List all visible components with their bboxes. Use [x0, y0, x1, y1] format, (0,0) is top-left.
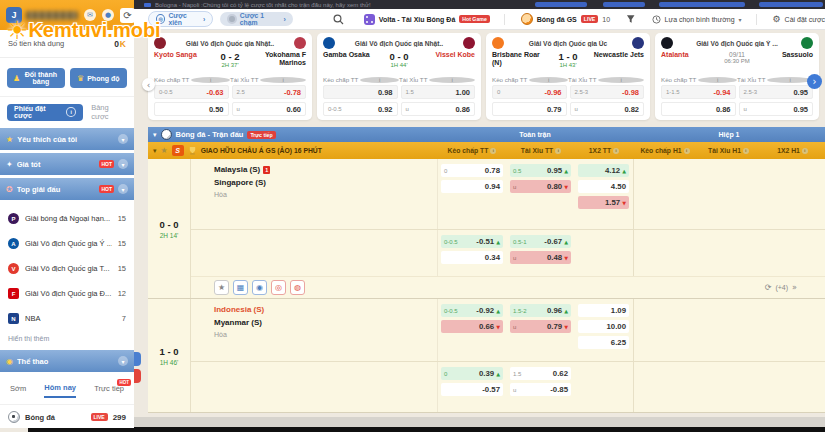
- ball-small-icon[interactable]: ◍: [290, 280, 305, 295]
- odds-cell[interactable]: 1.5 0.62: [510, 367, 571, 380]
- odds-cell[interactable]: 0.50: [154, 102, 229, 116]
- odds-cell[interactable]: 1-1.5 -0.94: [661, 85, 736, 99]
- volta-game-link[interactable]: Volta - Tài Xỉu Bóng Đá Hot Game: [364, 14, 490, 25]
- odds-cell[interactable]: u 0.48▼: [510, 251, 571, 264]
- floating-widget-fragment[interactable]: [134, 369, 141, 383]
- odds-cell[interactable]: 10.00: [578, 320, 629, 333]
- column-header: Kèo chấp H1 i: [633, 147, 697, 154]
- odds-cell[interactable]: 0-0.5 -0.63: [154, 85, 229, 99]
- odds-cell[interactable]: 0.34: [441, 251, 503, 264]
- sidebar-league-item[interactable]: P Giải bóng đá Ngoại hạn... 15: [0, 206, 134, 231]
- odds-cell[interactable]: 1.09: [578, 304, 629, 317]
- odds-cell[interactable]: 1.5-2 0.96▲: [510, 304, 571, 317]
- odds-cell[interactable]: 6.25: [578, 336, 629, 349]
- bet-slip-tab[interactable]: Phiếu đặt cược i: [7, 104, 83, 121]
- switch-to-table-button[interactable]: ♟ Đổi thành bảng: [7, 68, 65, 88]
- odds-value: -0.51: [476, 237, 494, 246]
- carousel-prev-icon[interactable]: ‹: [142, 78, 155, 91]
- odds-cell[interactable]: 1.5 1.00: [401, 85, 476, 99]
- odds-cell[interactable]: 4.50: [578, 180, 629, 193]
- odds-cell[interactable]: u 0.82: [570, 102, 645, 116]
- more-markets-count[interactable]: (+4): [775, 284, 788, 291]
- live-filter-badge: Trực tiếp: [247, 131, 275, 139]
- avatar[interactable]: J: [6, 7, 22, 23]
- parlay-button[interactable]: ◎ Cược xiên ›: [148, 11, 213, 27]
- odds-column: [697, 362, 760, 412]
- search-icon[interactable]: [333, 14, 344, 25]
- refresh-icon[interactable]: ⟳: [120, 8, 135, 23]
- match-card[interactable]: Giải Vô địch Quốc gia Nhật.. Gamba Osaka…: [317, 33, 481, 120]
- sidebar-league-item[interactable]: N NBA 7: [0, 306, 134, 331]
- odds-cell[interactable]: 0-0.5 -0.51▲: [441, 235, 503, 248]
- odds-cell[interactable]: 0.86: [661, 102, 736, 116]
- card-time: 06:30 PM: [715, 58, 759, 64]
- trend-down-icon: ▼: [564, 184, 568, 190]
- expand-markets-icon[interactable]: »: [792, 283, 797, 292]
- odds-mode-select[interactable]: Lựa chọn bình thường ▾: [652, 15, 742, 24]
- tab-early[interactable]: Sớm: [10, 384, 26, 397]
- chevron-circle-icon: ▾: [118, 184, 128, 194]
- bell-icon[interactable]: ●: [102, 9, 114, 21]
- column-header: Kèo chấp TT i: [437, 147, 507, 154]
- football-gs-link[interactable]: Bóng đá GS LIVE 10: [521, 13, 610, 25]
- odds-cell[interactable]: u 0.79▼: [510, 320, 571, 333]
- odds-cell[interactable]: 0 0.78: [441, 164, 503, 177]
- favorite-star-icon[interactable]: ★: [214, 280, 229, 295]
- odds-cell[interactable]: u 0.60: [232, 102, 307, 116]
- sidebar-league-item[interactable]: A Giải Vô địch Quốc gia Ý ... 15: [0, 231, 134, 256]
- odds-cell[interactable]: 0.66▼: [441, 320, 503, 333]
- sidebar-item-football[interactable]: Bóng đá LIVE 299: [0, 404, 134, 429]
- collapse-icon[interactable]: ▾: [153, 131, 157, 139]
- odds-cell[interactable]: u 0.95: [739, 102, 814, 116]
- sidebar-item-sports[interactable]: ◉ Thể thao ▾: [0, 350, 134, 372]
- odds-value: 4.12: [605, 166, 620, 175]
- stats-card-icon[interactable]: ▦: [233, 280, 248, 295]
- match-card[interactable]: Giải Vô địch Quốc gia Nhật.. Kyoto Sanga…: [148, 33, 312, 120]
- collapse-icon[interactable]: ▾: [153, 147, 157, 155]
- odds-cell[interactable]: 2.5 -0.78: [232, 85, 307, 99]
- odds-cell[interactable]: 0 0.39▲: [441, 367, 503, 380]
- bet-board-tab[interactable]: Bảng cược: [91, 103, 127, 121]
- tab-live[interactable]: Trực tiếp HOT: [94, 384, 124, 397]
- odds-cell[interactable]: 0.94: [441, 180, 503, 193]
- odds-cell[interactable]: 0.79: [492, 102, 567, 116]
- odds-cell[interactable]: 4.12▲: [578, 164, 629, 177]
- league-count: 15: [118, 264, 126, 273]
- filter-icon[interactable]: [626, 14, 635, 24]
- odds-cell[interactable]: u -0.85: [510, 383, 571, 396]
- odds-cell[interactable]: 0-0.5 -0.92▲: [441, 304, 503, 317]
- bet-settings-button[interactable]: ⚙ Cài đặt cược: [773, 14, 825, 24]
- odds-cell[interactable]: 0 -0.96: [492, 85, 567, 99]
- floating-widget-fragment[interactable]: [134, 352, 141, 366]
- tab-today[interactable]: Hôm nay: [44, 383, 76, 398]
- message-icon[interactable]: ✉: [84, 9, 96, 21]
- odds-cell[interactable]: 2.5-3 -0.98: [570, 85, 645, 99]
- odds-cell[interactable]: u 0.80▼: [510, 180, 571, 193]
- match-card[interactable]: Giải Vô địch Quốc gia Ý ... Atalanta 09/…: [655, 33, 819, 120]
- odds-cell[interactable]: 0-0.5 0.92: [323, 102, 398, 116]
- sidebar-league-item[interactable]: V Giải Vô địch Quốc gia T... 15: [0, 256, 134, 281]
- odds-cell[interactable]: 0.5-1 -0.67▲: [510, 235, 571, 248]
- match-card[interactable]: Giải Vô địch Quốc gia Úc Brisbane Roar (…: [486, 33, 650, 120]
- odds-cell[interactable]: u 0.86: [401, 102, 476, 116]
- odds-cell[interactable]: -0.57: [441, 383, 503, 396]
- form-button[interactable]: ♛ Phong độ: [70, 68, 128, 88]
- favorite-star-icon[interactable]: ★: [161, 146, 168, 155]
- sidebar-item-top-leagues[interactable]: ✪ Top giải đấu HOT ▾: [0, 178, 134, 200]
- odds-cell[interactable]: 2.5-3 0.95: [739, 85, 814, 99]
- sidebar-item-good-price[interactable]: ✦ Giá tốt HOT ▾: [0, 153, 134, 175]
- one-touch-toggle[interactable]: Cược 1 chạm ›: [220, 12, 293, 26]
- watch-eye-icon[interactable]: ◉: [252, 280, 267, 295]
- refresh-markets-icon[interactable]: ⟳: [765, 283, 772, 292]
- carousel-next-icon[interactable]: ›: [807, 74, 822, 89]
- sidebar-league-item[interactable]: F Giải Vô địch Quốc gia Đ... 12: [0, 281, 134, 306]
- odds-cell[interactable]: 0.5 0.95▲: [510, 164, 571, 177]
- sidebar-item-favorites[interactable]: ★ Yêu thích của tôi ▾: [0, 128, 134, 150]
- sidebar-buttons: ♟ Đổi thành bảng ♛ Phong độ: [0, 58, 134, 97]
- target-icon[interactable]: ◎: [271, 280, 286, 295]
- odds-cell[interactable]: 0.98: [323, 85, 398, 99]
- show-more-link[interactable]: Hiển thị thêm: [0, 331, 134, 350]
- odds-cell[interactable]: 1.57▼: [578, 196, 629, 209]
- odds-line-label: 0-0.5: [444, 308, 458, 314]
- odds-line-block: 0 0.39▲ -0.57 1.5 0.62 u -0.85: [190, 361, 825, 412]
